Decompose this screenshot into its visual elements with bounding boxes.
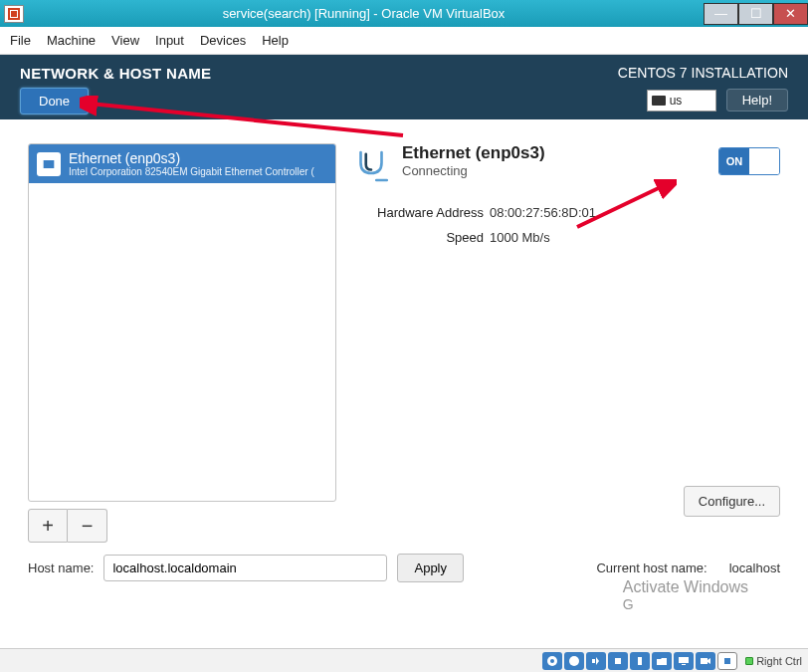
svg-point-6 — [550, 659, 554, 663]
remove-interface-button[interactable]: − — [68, 509, 107, 543]
activate-line2: G — [623, 596, 748, 612]
page-header: NETWORK & HOST NAME Done CENTOS 7 INSTAL… — [0, 55, 808, 119]
interface-list-panel: Ethernet (enp0s3) Intel Corporation 8254… — [28, 143, 336, 543]
statusbar-shared-folder-icon[interactable] — [652, 652, 672, 670]
svg-rect-10 — [638, 657, 642, 665]
maximize-button[interactable]: ☐ — [738, 3, 773, 25]
interface-toggle[interactable]: ON — [718, 147, 780, 175]
svg-rect-14 — [724, 658, 730, 664]
hw-addr-label: Hardware Address — [350, 205, 490, 220]
host-key-label: Right Ctrl — [756, 655, 802, 667]
minimize-button[interactable]: — — [704, 3, 738, 25]
configure-button[interactable]: Configure... — [684, 486, 780, 517]
svg-rect-2 — [11, 11, 17, 17]
host-key-dot-icon — [745, 657, 753, 665]
statusbar-hdd-icon[interactable] — [542, 652, 562, 670]
menu-view[interactable]: View — [111, 33, 139, 48]
help-button[interactable]: Help! — [726, 89, 788, 112]
host-key-indicator: Right Ctrl — [745, 655, 802, 667]
statusbar-display-icon[interactable] — [674, 652, 694, 670]
done-button[interactable]: Done — [20, 88, 89, 114]
speed-value: 1000 Mb/s — [490, 230, 550, 245]
window-title: service(search) [Running] - Oracle VM Vi… — [24, 6, 704, 21]
install-title: CENTOS 7 INSTALLATION — [618, 65, 788, 81]
hostname-input[interactable] — [103, 555, 387, 581]
statusbar-cpu-icon[interactable] — [717, 652, 737, 670]
ethernet-icon — [37, 152, 61, 176]
titlebar: service(search) [Running] - Oracle VM Vi… — [0, 0, 808, 27]
current-hostname-label: Current host name: — [596, 560, 707, 575]
interface-detail-status: Connecting — [402, 163, 545, 178]
menu-devices[interactable]: Devices — [200, 33, 246, 48]
svg-rect-8 — [592, 659, 595, 663]
interface-detail-panel: Ethernet (enp0s3) Connecting ON Hardware… — [350, 143, 780, 543]
svg-point-7 — [569, 656, 579, 666]
interface-list: Ethernet (enp0s3) Intel Corporation 8254… — [28, 143, 336, 502]
statusbar-usb-icon[interactable] — [630, 652, 650, 670]
page-title: NETWORK & HOST NAME — [20, 65, 618, 82]
speed-label: Speed — [350, 230, 490, 245]
hw-addr-value: 08:00:27:56:8D:01 — [490, 205, 596, 220]
statusbar-optical-icon[interactable] — [564, 652, 584, 670]
statusbar-recording-icon[interactable] — [696, 652, 715, 670]
activate-windows-watermark: Activate Windows G — [623, 578, 748, 612]
svg-rect-13 — [701, 658, 707, 664]
interface-subtitle: Intel Corporation 82540EM Gigabit Ethern… — [69, 166, 314, 177]
hostname-label: Host name: — [28, 560, 94, 575]
toggle-off-area — [749, 148, 779, 174]
add-interface-button[interactable]: + — [28, 509, 68, 543]
svg-rect-9 — [615, 658, 621, 664]
vbox-app-icon — [4, 5, 24, 23]
close-button[interactable]: ✕ — [773, 3, 808, 25]
menu-help[interactable]: Help — [262, 33, 289, 48]
statusbar-network-icon[interactable] — [608, 652, 628, 670]
keyboard-layout-indicator[interactable]: us — [647, 90, 716, 112]
toggle-on-label: ON — [719, 148, 749, 174]
ethernet-large-icon — [350, 145, 392, 187]
menu-input[interactable]: Input — [155, 33, 184, 48]
keyboard-layout-label: us — [670, 94, 683, 108]
current-hostname-value: localhost — [729, 560, 780, 575]
keyboard-icon — [652, 96, 666, 106]
main-content: Ethernet (enp0s3) Intel Corporation 8254… — [0, 119, 808, 632]
svg-rect-12 — [682, 664, 686, 665]
interface-detail-title: Ethernet (enp0s3) — [402, 143, 545, 163]
interface-list-item[interactable]: Ethernet (enp0s3) Intel Corporation 8254… — [29, 144, 335, 183]
svg-rect-11 — [679, 657, 689, 663]
interface-name: Ethernet (enp0s3) — [69, 150, 314, 166]
menu-machine[interactable]: Machine — [47, 33, 96, 48]
menubar: File Machine View Input Devices Help — [0, 27, 808, 55]
menu-file[interactable]: File — [10, 33, 31, 48]
vbox-statusbar: Right Ctrl — [0, 648, 808, 672]
activate-line1: Activate Windows — [623, 578, 748, 596]
apply-button[interactable]: Apply — [397, 554, 464, 582]
statusbar-audio-icon[interactable] — [586, 652, 606, 670]
